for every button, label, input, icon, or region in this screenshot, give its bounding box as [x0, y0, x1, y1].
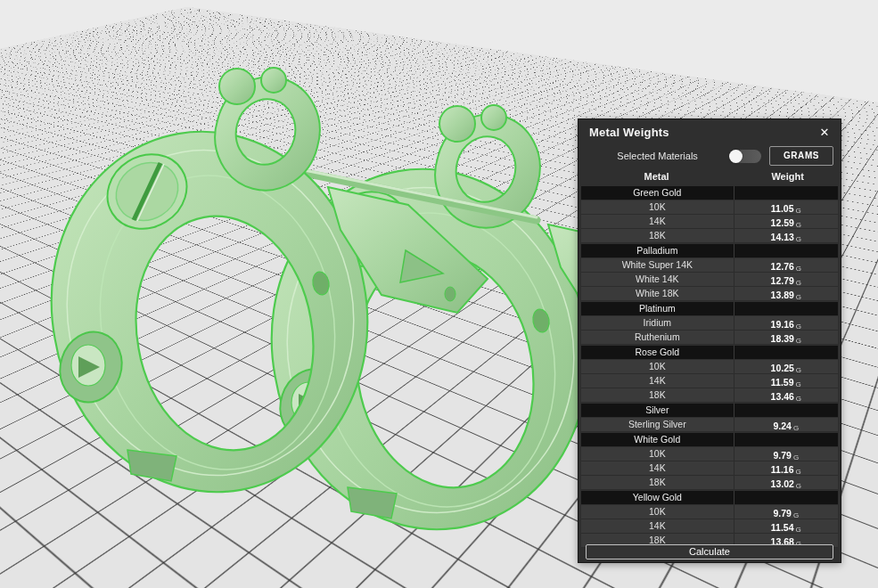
metal-column-header: Metal	[578, 171, 734, 182]
metal-cell: 10K	[581, 200, 734, 214]
metal-group-name: Platinum	[581, 302, 734, 315]
table-row[interactable]: 14K12.59G	[581, 215, 838, 229]
weight-unit: G	[793, 424, 799, 432]
table-row[interactable]: 18K13.46G	[581, 388, 838, 403]
weight-value: 11.54	[771, 522, 794, 533]
metal-cell: 14K	[581, 215, 734, 228]
weight-cell: 9.24G	[734, 418, 838, 431]
weight-cell: 9.79G	[734, 505, 838, 519]
weight-cell: 14.13G	[734, 229, 838, 242]
metal-group-spacer	[734, 404, 838, 417]
table-row[interactable]: 10K9.79G	[581, 447, 838, 461]
weight-value: 10.25	[771, 363, 794, 373]
weight-value: 12.79	[771, 275, 794, 286]
table-row[interactable]: 14K11.16G	[581, 461, 838, 476]
weight-value: 9.24	[773, 421, 791, 431]
metal-group-name: Green Gold	[581, 186, 734, 200]
hoop-left[interactable]	[51, 68, 488, 492]
table-column-header: Metal Weight	[578, 167, 841, 185]
weight-unit: G	[796, 279, 801, 287]
weight-value: 9.79	[773, 508, 791, 519]
table-row[interactable]: 10K10.25G	[581, 360, 838, 374]
table-row[interactable]: 18K14.13G	[581, 229, 838, 243]
weight-unit: G	[796, 207, 801, 215]
toggle-knob	[729, 150, 743, 163]
selected-materials-toggle[interactable]	[729, 150, 761, 163]
weight-cell: 13.89G	[734, 287, 838, 300]
metal-cell: 10K	[581, 360, 734, 373]
table-row[interactable]: White 14K12.79G	[581, 273, 838, 287]
metal-cell: White Super 14K	[581, 258, 734, 272]
metal-group-header: Green Gold	[581, 186, 838, 200]
metal-cell: Sterling Silver	[581, 418, 734, 431]
metal-cell: 14K	[581, 374, 734, 388]
weight-value: 19.16	[771, 319, 794, 330]
weight-value: 11.59	[771, 377, 794, 388]
selected-materials-label: Selected Materials	[586, 151, 729, 161]
metal-cell: 18K	[581, 388, 734, 402]
calculate-button[interactable]: Calculate	[586, 544, 833, 559]
weight-value: 11.16	[771, 464, 794, 475]
metal-group-spacer	[734, 346, 838, 359]
weight-unit: G	[796, 265, 801, 273]
weight-cell: 11.59G	[734, 374, 838, 388]
grams-unit-button[interactable]: GRAMS	[769, 146, 833, 166]
weight-cell: 9.79G	[734, 447, 838, 461]
metal-weight-table: Green Gold10K11.05G14K12.59G18K14.13GPal…	[581, 186, 838, 548]
metal-group-spacer	[734, 302, 838, 315]
metal-group-spacer	[734, 491, 838, 504]
metal-cell: Iridium	[581, 316, 734, 330]
table-row[interactable]: 10K9.79G	[581, 505, 838, 519]
metal-cell: 10K	[581, 505, 734, 519]
weight-unit: G	[793, 453, 799, 461]
table-row[interactable]: White 18K13.89G	[581, 287, 838, 301]
viewport-3d[interactable]: Metal Weights ✕ Selected Materials GRAMS…	[0, 0, 878, 588]
weight-unit: G	[796, 526, 801, 534]
metal-group-spacer	[734, 433, 838, 446]
weight-unit: G	[796, 482, 801, 490]
weight-cell: 12.76G	[734, 258, 838, 272]
metal-group-spacer	[734, 244, 838, 257]
weight-value: 12.59	[771, 217, 794, 228]
weight-value: 14.13	[771, 232, 794, 242]
table-row[interactable]: White Super 14K12.76G	[581, 258, 838, 273]
metal-cell: 14K	[581, 461, 734, 475]
table-row[interactable]: 10K11.05G	[581, 200, 838, 215]
weight-cell: 18.39G	[734, 331, 838, 344]
table-row[interactable]: Iridium19.16G	[581, 316, 838, 331]
weight-cell: 13.02G	[734, 476, 838, 489]
close-icon[interactable]: ✕	[817, 126, 832, 140]
metal-cell: White 18K	[581, 287, 734, 300]
table-row[interactable]: 14K11.54G	[581, 519, 838, 534]
weight-value: 12.76	[771, 261, 794, 272]
metal-cell: 18K	[581, 476, 734, 489]
metal-cell: White 14K	[581, 273, 734, 286]
metal-group-name: Yellow Gold	[581, 491, 734, 504]
metal-cell: Ruthenium	[581, 331, 734, 344]
weight-unit: G	[796, 366, 801, 374]
table-row[interactable]: 14K11.59G	[581, 374, 838, 388]
weight-cell: 12.79G	[734, 273, 838, 286]
table-row[interactable]: Sterling Silver9.24G	[581, 418, 838, 432]
weight-unit: G	[796, 468, 801, 476]
weight-unit: G	[796, 380, 801, 388]
weight-cell: 11.16G	[734, 461, 838, 475]
metal-group-name: Silver	[581, 404, 734, 417]
weight-unit: G	[796, 323, 801, 331]
metal-cell: 14K	[581, 519, 734, 533]
weight-unit: G	[793, 511, 799, 519]
weight-cell: 10.25G	[734, 360, 838, 373]
table-row[interactable]: Ruthenium18.39G	[581, 331, 838, 345]
metal-group-header: Palladium	[581, 244, 838, 257]
weight-cell: 11.54G	[734, 519, 838, 533]
metal-cell: 18K	[581, 229, 734, 242]
weight-unit: G	[796, 221, 801, 229]
weight-cell: 19.16G	[734, 316, 838, 330]
metal-cell: 10K	[581, 447, 734, 461]
weight-unit: G	[796, 235, 801, 243]
table-row[interactable]: 18K13.02G	[581, 476, 838, 490]
metal-weights-panel: Metal Weights ✕ Selected Materials GRAMS…	[578, 118, 841, 563]
metal-group-header: Yellow Gold	[581, 491, 838, 504]
weight-unit: G	[796, 293, 801, 301]
weight-value: 11.05	[771, 203, 794, 214]
